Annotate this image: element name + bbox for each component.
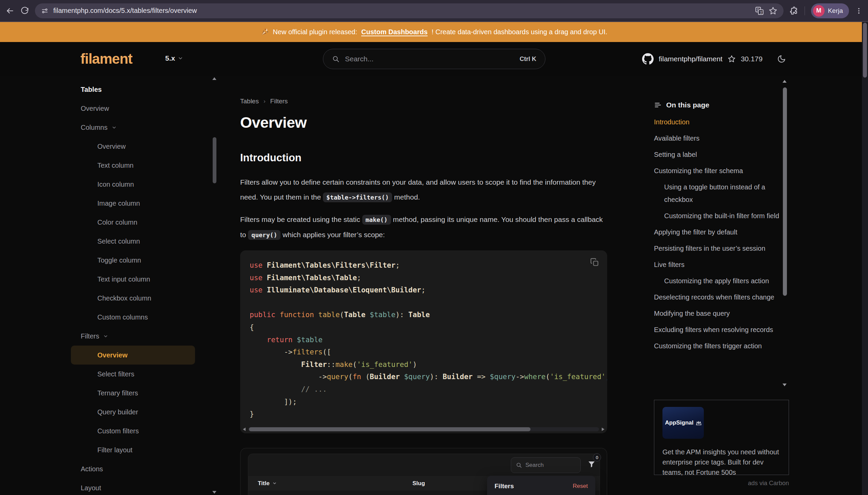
code-lines: use Filament\Tables\Filters\Filter;use F… <box>250 259 607 421</box>
sidebar-item-actions[interactable]: Actions <box>71 459 195 478</box>
filter-count-badge: 0 <box>593 453 601 461</box>
sidebar-nav: TablesOverviewColumnsOverviewText column… <box>0 76 218 495</box>
chevron-down-icon <box>112 125 117 130</box>
back-icon[interactable] <box>5 6 14 15</box>
toc-item-using-a-toggle-button-instead-of-a-check[interactable]: Using a toggle button instead of a check… <box>654 181 781 206</box>
intro-paragraph-2: Filters may be created using the static … <box>240 212 607 242</box>
demo-column-slug[interactable]: Slug <box>412 476 425 491</box>
sidebar-section-heading: Tables <box>71 80 195 99</box>
toc-item-customizing-the-built-in-filter-form-fie[interactable]: Customizing the built-in filter form fie… <box>654 210 781 222</box>
section-heading-introduction: Introduction <box>240 151 607 165</box>
sidebar-item-label: Text column <box>71 161 134 169</box>
toc-item-deselecting-records-when-filters-change[interactable]: Deselecting records when filters change <box>654 291 781 304</box>
ad-brand: AppSignal <box>665 420 693 426</box>
page-title: Overview <box>240 114 607 132</box>
toc-item-customizing-the-filter-schema[interactable]: Customizing the filter schema <box>654 165 781 177</box>
toc-item-modifying-the-base-query[interactable]: Modifying the base query <box>654 307 781 320</box>
search-shortcut: Ctrl K <box>520 55 536 63</box>
toc-item-live-filters[interactable]: Live filters <box>654 258 781 271</box>
toc-item-customizing-the-filters-trigger-action[interactable]: Customizing the filters trigger action <box>654 340 781 352</box>
banner-link[interactable]: Custom Dashboards <box>361 28 428 36</box>
code-block: use Filament\Tables\Filters\Filter;use F… <box>240 250 607 433</box>
demo-search-input[interactable]: Search <box>511 457 581 473</box>
sidebar-item-query-builder[interactable]: Query builder <box>71 403 195 422</box>
sidebar-item-image-column[interactable]: Image column <box>71 194 195 213</box>
toc-item-introduction[interactable]: Introduction <box>654 116 781 129</box>
star-count: 30.179 <box>741 55 763 63</box>
breadcrumb-tables[interactable]: Tables <box>240 98 259 105</box>
dark-mode-toggle[interactable] <box>777 54 786 63</box>
sidebar-item-label: Text input column <box>71 275 150 283</box>
sidebar-item-custom-columns[interactable]: Custom columns <box>71 308 195 327</box>
sidebar-item-color-column[interactable]: Color column <box>71 213 195 232</box>
code-hscroll-thumb[interactable] <box>249 427 530 431</box>
sidebar-item-overview[interactable]: Overview <box>71 346 195 364</box>
breadcrumb-separator: › <box>264 98 266 105</box>
reload-icon[interactable] <box>20 6 29 15</box>
toc-item-applying-the-filter-by-default[interactable]: Applying the filter by default <box>654 226 781 239</box>
sidebar-scrollbar[interactable] <box>212 76 217 495</box>
code-line: public function table(Table $table): Tab… <box>250 309 607 321</box>
intro-paragraph-1: Filters allow you to define certain cons… <box>240 175 607 205</box>
profile-chip[interactable]: M Kerja <box>811 3 849 18</box>
sidebar-item-icon-column[interactable]: Icon column <box>71 175 195 194</box>
sidebar-item-text-input-column[interactable]: Text input column <box>71 270 195 289</box>
reset-button[interactable]: Reset <box>573 483 588 490</box>
sidebar-item-label: Filters <box>71 332 99 340</box>
toc-item-customizing-the-apply-filters-action[interactable]: Customizing the apply filters action <box>654 275 781 287</box>
sidebar-item-layout[interactable]: Layout <box>71 478 195 495</box>
site-info-icon[interactable] <box>41 7 49 15</box>
announcement-banner: New official plugin released: Custom Das… <box>0 22 868 42</box>
inline-code: $table->filters() <box>323 192 392 202</box>
url-text[interactable]: filamentphp.com/docs/5.x/tables/filters/… <box>53 7 750 15</box>
extensions-icon[interactable] <box>790 6 799 15</box>
github-icon[interactable] <box>642 53 654 65</box>
sidebar-item-filters[interactable]: Filters <box>71 327 195 346</box>
bookmark-star-icon[interactable] <box>769 6 777 15</box>
breadcrumb-filters[interactable]: Filters <box>271 98 288 105</box>
ad-text[interactable]: Get the APM insights you need without en… <box>662 447 781 477</box>
sidebar-item-text-column[interactable]: Text column <box>71 156 195 175</box>
sidebar-item-label: Checkbox column <box>71 294 151 302</box>
toc-item-setting-a-label[interactable]: Setting a label <box>654 149 781 161</box>
sidebar-item-custom-filters[interactable]: Custom filters <box>71 422 195 441</box>
inline-code: make() <box>362 215 391 225</box>
ad-attribution[interactable]: ads via Carbon <box>654 480 789 487</box>
sidebar-item-label: Actions <box>71 465 103 473</box>
url-bar[interactable]: filamentphp.com/docs/5.x/tables/filters/… <box>35 3 784 18</box>
page-scrollbar[interactable] <box>862 22 868 495</box>
sidebar-item-checkbox-column[interactable]: Checkbox column <box>71 289 195 308</box>
toc-item-persisting-filters-in-the-user-s-session[interactable]: Persisting filters in the user’s session <box>654 242 781 255</box>
code-hscrollbar[interactable] <box>242 427 605 432</box>
sidebar-item-toggle-column[interactable]: Toggle column <box>71 251 195 270</box>
code-line: ]); <box>250 396 607 408</box>
page-scroll-thumb[interactable] <box>863 23 867 78</box>
site-header: filament 5.x Search... Ctrl K filamentph… <box>0 42 868 76</box>
demo-search-placeholder: Search <box>525 462 544 468</box>
version-selector[interactable]: 5.x <box>165 54 183 62</box>
sidebar-item-filter-layout[interactable]: Filter layout <box>71 441 195 459</box>
sidebar-item-select-column[interactable]: Select column <box>71 232 195 251</box>
sidebar-item-columns[interactable]: Columns <box>71 118 195 137</box>
filament-logo[interactable]: filament <box>80 51 132 67</box>
breadcrumb: Tables › Filters <box>240 76 607 105</box>
search-placeholder: Search... <box>345 55 514 63</box>
star-icon[interactable] <box>727 55 736 63</box>
github-repo[interactable]: filamentphp/filament <box>659 55 722 63</box>
demo-column-title[interactable]: Title <box>258 476 277 491</box>
copy-icon[interactable] <box>590 258 599 267</box>
toc-item-excluding-filters-when-resolving-records[interactable]: Excluding filters when resolving records <box>654 324 781 336</box>
sidebar-item-ternary-filters[interactable]: Ternary filters <box>71 383 195 403</box>
filter-funnel-icon[interactable] <box>588 460 596 468</box>
chevron-down-icon <box>103 334 108 339</box>
sidebar-item-label: Filter layout <box>71 446 132 454</box>
sidebar-item-select-filters[interactable]: Select filters <box>71 364 195 383</box>
browser-menu-icon[interactable] <box>855 7 863 15</box>
sidebar-item-overview[interactable]: Overview <box>71 99 195 118</box>
carbon-ad[interactable]: AppSignal Get the APM insights you need … <box>654 400 789 475</box>
toc-item-available-filters[interactable]: Available filters <box>654 132 781 145</box>
header-search[interactable]: Search... Ctrl K <box>323 49 545 69</box>
translate-icon[interactable]: G文 <box>755 6 764 15</box>
ad-logo-tile[interactable]: AppSignal <box>662 407 704 439</box>
sidebar-item-overview[interactable]: Overview <box>71 137 195 156</box>
